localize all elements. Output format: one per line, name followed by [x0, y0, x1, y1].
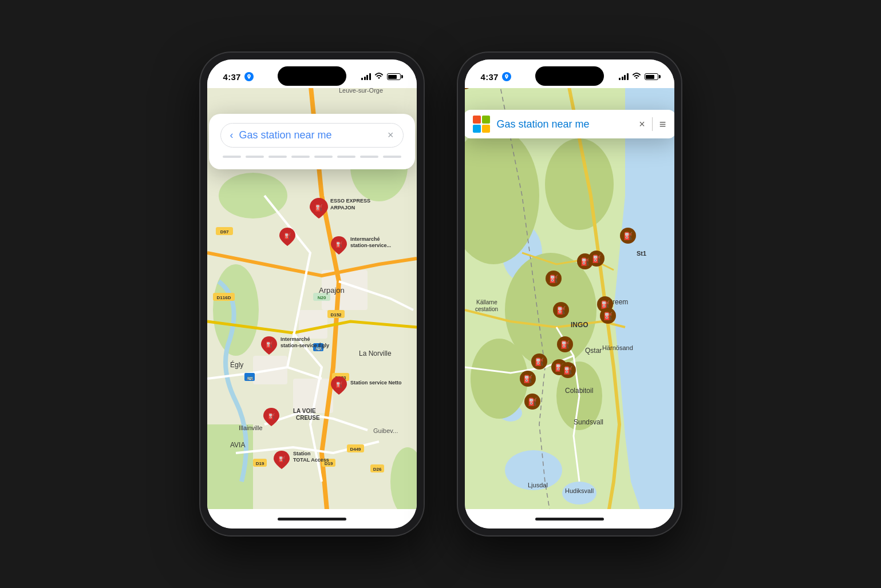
home-indicator	[278, 518, 346, 521]
svg-text:Égly: Égly	[230, 360, 243, 369]
bing-battery-icon	[645, 73, 658, 80]
bing-map-svg: Bothnian Sea INGO Preem Qstar Colabitoil…	[465, 88, 674, 509]
svg-text:Leuve-sur-Orge: Leuve-sur-Orge	[339, 88, 383, 94]
bing-home-indicator	[535, 518, 604, 521]
svg-text:D449: D449	[350, 447, 361, 452]
svg-text:AVIA: AVIA	[230, 441, 245, 449]
wifi-icon	[374, 73, 384, 81]
svg-text:Hudiksvall: Hudiksvall	[565, 487, 594, 494]
svg-text:⛽: ⛽	[315, 204, 323, 212]
svg-text:⛽: ⛽	[266, 341, 273, 348]
bing-search-text: Gas station near me	[497, 118, 633, 130]
svg-text:⛽: ⛽	[535, 357, 544, 367]
bing-logo-blue	[473, 125, 481, 133]
google-home-bar	[207, 509, 417, 529]
bing-logo-yellow	[482, 125, 490, 133]
google-back-button[interactable]: ‹	[230, 129, 234, 141]
google-map-area: D97 N20 D116D D152 D193 D19 D19	[207, 88, 417, 509]
svg-text:⛽: ⛽	[335, 241, 343, 248]
svg-text:⛽: ⛽	[623, 231, 633, 241]
svg-text:Källarne: Källarne	[476, 299, 497, 305]
svg-text:D19: D19	[255, 461, 264, 466]
svg-rect-9	[299, 310, 327, 339]
bing-clear-button[interactable]: ×	[639, 118, 645, 130]
google-filter-dots	[220, 156, 404, 158]
google-search-bar[interactable]: ‹ Gas station near me ×	[220, 123, 404, 148]
svg-text:⛽: ⛽	[523, 374, 533, 384]
svg-text:D152: D152	[330, 312, 342, 317]
svg-text:Arpajon: Arpajon	[319, 286, 345, 295]
svg-text:St1: St1	[637, 250, 646, 257]
google-search-overlay: ‹ Gas station near me ×	[209, 114, 415, 169]
svg-text:D97: D97	[220, 229, 228, 235]
svg-text:Colabitoil: Colabitoil	[565, 387, 593, 395]
svg-text:ARPAJON: ARPAJON	[330, 205, 355, 210]
bing-search-overlay: Gas station near me × ≡	[465, 110, 674, 138]
svg-text:TOTAL Access: TOTAL Access	[293, 457, 329, 463]
bing-time: 4:37	[481, 72, 499, 82]
bing-status-icons	[619, 71, 658, 82]
svg-text:🚌: 🚌	[246, 374, 253, 381]
bing-dynamic-island	[535, 66, 604, 86]
google-time: 4:37	[223, 72, 241, 82]
svg-text:Intermarché: Intermarché	[350, 236, 380, 242]
svg-text:⛽: ⛽	[549, 274, 559, 284]
svg-text:Station: Station	[293, 451, 311, 456]
svg-text:D26: D26	[373, 467, 381, 472]
bing-phone: 4:37	[458, 53, 681, 535]
svg-text:Härnösand: Härnösand	[602, 344, 633, 351]
bing-menu-button[interactable]: ≡	[659, 118, 666, 131]
svg-text:⛽: ⛽	[556, 305, 566, 315]
svg-text:Ljusdal: Ljusdal	[528, 482, 548, 488]
svg-text:Guibev...: Guibev...	[373, 427, 398, 434]
svg-text:⛽: ⛽	[563, 365, 573, 375]
svg-text:INGO: INGO	[571, 321, 588, 329]
bing-microsoft-logo	[473, 116, 490, 133]
bing-logo-green	[482, 116, 490, 124]
svg-point-68	[471, 339, 528, 419]
svg-text:station-service Égly: station-service Égly	[281, 343, 329, 348]
google-clear-button[interactable]: ×	[388, 129, 394, 141]
bing-signal-icon	[619, 73, 629, 80]
svg-text:⛽: ⛽	[278, 455, 286, 463]
battery-icon	[387, 73, 401, 80]
google-search-text: Gas station near me	[239, 129, 382, 141]
location-icon	[244, 72, 254, 81]
svg-text:N20: N20	[317, 295, 326, 300]
bing-location-icon	[502, 72, 511, 81]
svg-text:Sundsvall: Sundsvall	[574, 418, 603, 426]
bing-divider	[652, 117, 653, 131]
bing-map-area: Bothnian Sea INGO Preem Qstar Colabitoil…	[465, 88, 674, 509]
bing-logo-red	[473, 116, 481, 124]
bing-home-bar	[465, 509, 674, 529]
svg-text:⛽: ⛽	[268, 412, 275, 420]
google-phone: 4:37	[200, 53, 424, 535]
svg-text:Qstar: Qstar	[585, 347, 602, 355]
svg-text:⛽: ⛽	[592, 254, 602, 264]
svg-text:CREUSE: CREUSE	[296, 415, 320, 421]
svg-text:D116D: D116D	[216, 295, 231, 300]
svg-text:Illainville: Illainville	[239, 424, 263, 431]
svg-text:⛽: ⛽	[335, 381, 343, 388]
svg-text:⛽: ⛽	[560, 340, 570, 349]
dynamic-island	[278, 66, 346, 86]
svg-text:Intermarché: Intermarché	[281, 336, 310, 342]
svg-text:La Norville: La Norville	[359, 349, 392, 357]
svg-text:station-service...: station-service...	[350, 243, 391, 248]
svg-text:⛽: ⛽	[284, 232, 291, 240]
svg-text:Station service Netto: Station service Netto	[350, 380, 402, 386]
svg-text:cestation: cestation	[475, 306, 498, 312]
bing-wifi-icon	[632, 71, 641, 82]
signal-icon	[361, 73, 371, 80]
svg-point-66	[545, 138, 614, 230]
svg-text:LA VOIE: LA VOIE	[293, 408, 316, 414]
svg-text:⛽: ⛽	[603, 311, 613, 321]
svg-text:ESSO EXPRESS: ESSO EXPRESS	[330, 198, 370, 204]
svg-text:⛽: ⛽	[528, 397, 538, 407]
google-status-icons	[361, 73, 401, 81]
